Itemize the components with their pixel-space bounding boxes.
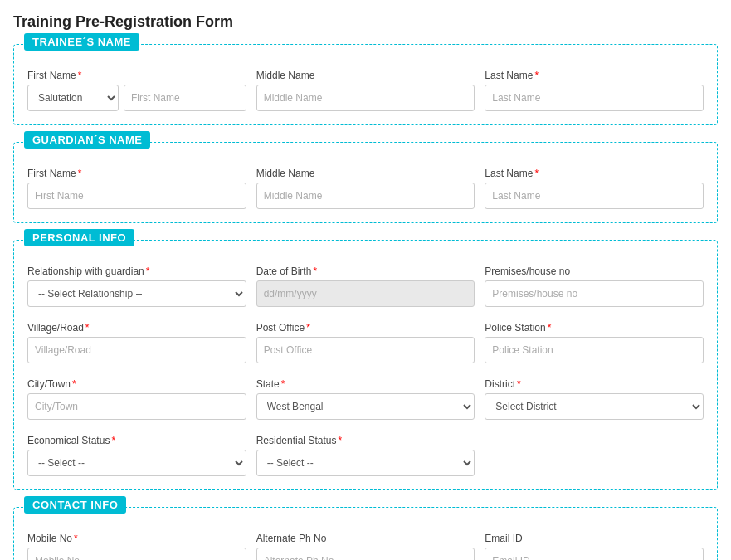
personal-info-title: PERSONAL INFO — [24, 229, 134, 246]
contact-info-section: CONTACT INFO Mobile No* Alternate Ph No … — [13, 507, 718, 560]
guardian-last-name-group: Last Name* — [485, 168, 704, 209]
village-label: Village/Road* — [27, 322, 246, 334]
post-office-group: Post Office* — [256, 322, 475, 363]
trainee-middle-name-label: Middle Name — [256, 70, 475, 81]
guardian-first-name-label: First Name* — [27, 168, 246, 179]
economical-select[interactable]: -- Select -- — [27, 450, 246, 476]
alt-phone-input[interactable] — [256, 548, 475, 560]
trainee-first-name-input[interactable] — [124, 85, 246, 111]
page-title: Training Pre-Registration Form — [13, 13, 718, 31]
state-select[interactable]: West Bengal — [256, 393, 475, 420]
city-group: City/Town* — [27, 378, 246, 420]
mobile-input[interactable] — [27, 548, 246, 560]
guardian-first-name-group: First Name* — [27, 168, 246, 209]
guardian-middle-name-label: Middle Name — [256, 168, 475, 179]
trainee-first-name-group: First Name* Salutation Mr. Ms. Mrs. Dr. — [27, 70, 246, 111]
economical-group: Economical Status* -- Select -- — [27, 435, 246, 476]
premises-label: Premises/house no — [485, 265, 704, 277]
trainee-name-section: TRAINEE´S NAME First Name* Salutation Mr… — [13, 44, 718, 125]
village-group: Village/Road* — [27, 322, 246, 363]
salutation-select[interactable]: Salutation Mr. Ms. Mrs. Dr. — [27, 85, 119, 111]
trainee-name-title: TRAINEE´S NAME — [24, 33, 139, 51]
city-label: City/Town* — [27, 378, 246, 390]
guardian-name-section: GUARDIAN´S NAME First Name* Middle Name … — [13, 142, 718, 223]
police-station-group: Police Station* — [485, 322, 704, 363]
trainee-middle-name-group: Middle Name — [256, 70, 475, 111]
trainee-middle-name-input[interactable] — [256, 85, 475, 111]
dob-group: Date of Birth* — [256, 265, 475, 307]
village-input[interactable] — [27, 337, 246, 363]
residential-select[interactable]: -- Select -- — [256, 450, 475, 476]
dob-input[interactable] — [256, 280, 475, 307]
residential-label: Residential Status* — [256, 435, 475, 446]
city-input[interactable] — [27, 393, 246, 420]
district-select[interactable]: Select District — [485, 393, 704, 420]
police-station-label: Police Station* — [485, 322, 704, 334]
residential-group: Residential Status* -- Select -- — [256, 435, 475, 476]
guardian-last-name-label: Last Name* — [485, 168, 704, 179]
trainee-last-name-group: Last Name* — [485, 70, 704, 111]
guardian-middle-name-input[interactable] — [256, 183, 475, 209]
mobile-group: Mobile No* — [27, 533, 246, 560]
personal-info-section: PERSONAL INFO Relationship with guardian… — [13, 240, 718, 490]
premises-group: Premises/house no — [485, 265, 704, 307]
guardian-last-name-input[interactable] — [485, 183, 704, 209]
mobile-label: Mobile No* — [27, 533, 246, 544]
alt-phone-label: Alternate Ph No — [256, 533, 475, 544]
email-label: Email ID — [485, 533, 704, 544]
economical-label: Economical Status* — [27, 435, 246, 446]
district-label: District* — [485, 378, 704, 390]
guardian-middle-name-group: Middle Name — [256, 168, 475, 209]
post-office-input[interactable] — [256, 337, 475, 363]
relationship-label: Relationship with guardian* — [27, 265, 246, 277]
dob-label: Date of Birth* — [256, 265, 475, 277]
state-label: State* — [256, 378, 475, 390]
alt-phone-group: Alternate Ph No — [256, 533, 475, 560]
premises-input[interactable] — [485, 280, 704, 307]
state-group: State* West Bengal — [256, 378, 475, 420]
trainee-last-name-label: Last Name* — [485, 70, 704, 81]
trainee-last-name-input[interactable] — [485, 85, 704, 111]
guardian-name-title: GUARDIAN´S NAME — [24, 131, 150, 149]
relationship-select[interactable]: -- Select Relationship -- — [27, 280, 246, 307]
police-station-input[interactable] — [485, 337, 704, 363]
email-input[interactable] — [485, 548, 704, 560]
district-group: District* Select District — [485, 378, 704, 420]
contact-info-title: CONTACT INFO — [24, 496, 126, 514]
email-group: Email ID — [485, 533, 704, 560]
trainee-first-name-label: First Name* — [27, 70, 246, 81]
guardian-first-name-input[interactable] — [27, 183, 246, 209]
post-office-label: Post Office* — [256, 322, 475, 334]
relationship-group: Relationship with guardian* -- Select Re… — [27, 265, 246, 307]
